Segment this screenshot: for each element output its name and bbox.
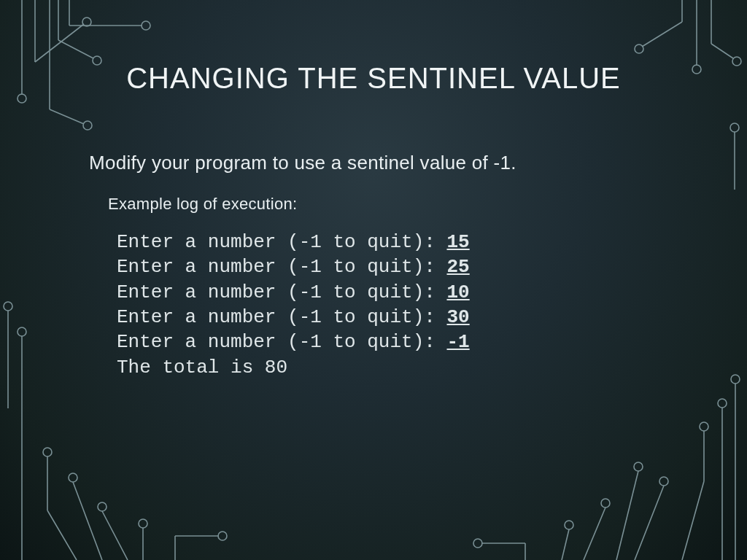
- instruction-text: Modify your program to use a sentinel va…: [89, 152, 674, 174]
- log-prompt: Enter a number (-1 to quit):: [117, 256, 446, 278]
- log-user-input: 10: [446, 281, 469, 303]
- log-user-input: 30: [446, 306, 469, 328]
- example-label: Example log of execution:: [108, 195, 674, 214]
- log-line: Enter a number (-1 to quit): 25: [117, 254, 674, 279]
- slide-title: CHANGING THE SENTINEL VALUE: [73, 62, 674, 95]
- log-prompt: Enter a number (-1 to quit):: [117, 331, 446, 353]
- log-prompt: Enter a number (-1 to quit):: [117, 306, 446, 328]
- log-line: Enter a number (-1 to quit): 15: [117, 230, 674, 254]
- log-user-input: 15: [446, 231, 469, 253]
- execution-log: Enter a number (-1 to quit): 15Enter a n…: [117, 230, 674, 380]
- log-line: Enter a number (-1 to quit): 10: [117, 280, 674, 305]
- log-line: Enter a number (-1 to quit): -1: [117, 330, 674, 354]
- log-prompt: Enter a number (-1 to quit):: [117, 281, 446, 303]
- log-line: Enter a number (-1 to quit): 30: [117, 305, 674, 330]
- log-result: The total is 80: [117, 355, 674, 380]
- slide: CHANGING THE SENTINEL VALUE Modify your …: [0, 0, 747, 560]
- log-prompt: Enter a number (-1 to quit):: [117, 231, 446, 253]
- log-user-input: 25: [446, 256, 469, 278]
- log-user-input: -1: [446, 331, 469, 353]
